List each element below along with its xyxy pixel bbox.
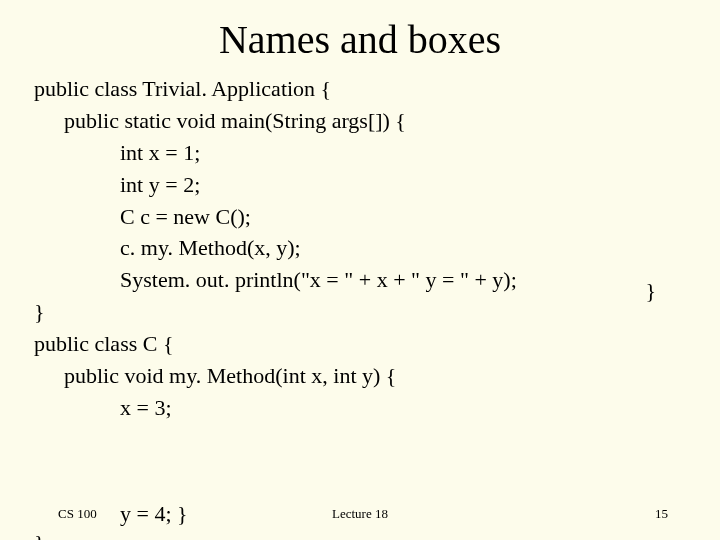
slide: Names and boxes public class Trivial. Ap… xyxy=(0,0,720,540)
code-line: x = 3; xyxy=(34,392,686,424)
code-line: public void my. Method(int x, int y) { xyxy=(34,360,686,392)
slide-title: Names and boxes xyxy=(0,0,720,73)
code-line: System. out. println("x = " + x + " y = … xyxy=(34,264,686,296)
code-line: public static void main(String args[]) { xyxy=(34,105,686,137)
code-line: int y = 2; xyxy=(34,169,686,201)
footer-page-number: 15 xyxy=(655,506,668,522)
footer-lecture: Lecture 18 xyxy=(0,506,720,522)
code-line: public class Trivial. Application { xyxy=(34,73,686,105)
code-line: public class C { xyxy=(34,328,686,360)
closing-brace: } xyxy=(645,278,656,304)
code-body: public class Trivial. Application { publ… xyxy=(0,73,720,424)
code-line: c. my. Method(x, y); xyxy=(34,232,686,264)
code-line: } xyxy=(34,530,45,540)
code-line: } xyxy=(34,296,686,328)
code-line: C c = new C(); xyxy=(34,201,686,233)
code-line: int x = 1; xyxy=(34,137,686,169)
